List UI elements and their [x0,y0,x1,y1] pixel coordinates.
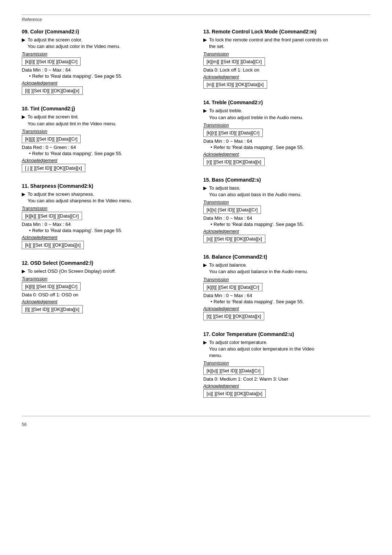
section-17-transmission-code: [k][u][ ][Set ID][ ][Data][Cr] [203,366,370,376]
data-line: Data Min : 0 ~ Max : 64 [203,138,370,144]
section-09-ack-label: Acknowledgement [22,81,189,86]
data-line: Data Min : 0 ~ Max : 64 [22,67,189,73]
section-15-ack-code: [s][ ][Set ID][ ][OK][Data][x] [203,235,370,244]
section-11-transmission-code: [k][k][ ][Set ID][ ][Data][Cr] [22,212,189,221]
section-17-transmission-label: Transmission [203,361,370,366]
section-09-transmission-label: Transmission [22,52,189,57]
sub-bullet: •Refer to 'Real data mapping'. See page … [29,151,189,156]
section-14-ack-code: [r][ ][Set ID][ ][OK][Data][x] [203,158,370,167]
section-17-ack-label: Acknowledgement [203,384,370,389]
sub-bullet-text: Refer to 'Real data mapping'. See page 5… [32,151,123,156]
bullet-item: ▶To adjust the screen tint.You can also … [22,114,189,127]
data-line: Data Min : 0 ~ Max : 64 [203,215,370,221]
sub-bullet-text: Refer to 'Real data mapping'. See page 5… [32,228,123,233]
section-09-ack-code: [i][ ][Set ID][ ][OK][Data][x] [22,86,189,96]
arrow-icon: ▶ [203,185,207,191]
section-09-title: 09. Color (Command2:i) [22,29,189,35]
section-15-transmission-code: [k][s] [Set ID][ ][Data][Cr] [203,206,370,215]
section-15: 15. Bass (Command2:s)▶To adjust bass.You… [203,177,370,244]
section-10: 10. Tint (Command2:j)▶To adjust the scre… [22,106,189,173]
arrow-icon: ▶ [22,268,25,275]
section-15-title: 15. Bass (Command2:s) [203,177,370,183]
sub-bullet: •Refer to 'Real data mapping'. See page … [29,73,189,79]
section-17: 17. Color Temperature (Command2:u)▶To ad… [203,331,370,399]
arrow-icon: ▶ [22,37,25,43]
transmission-code-box: [k][l][ ][Set ID][ ][Data][Cr] [22,282,81,291]
transmission-code-box: [k][i][ ][Set ID][ ][Data][Cr] [22,57,81,66]
section-09-transmission-code: [k][i][ ][Set ID][ ][Data][Cr] [22,57,189,66]
section-12-ack-code: [l][ ][Set ID][ ][OK][Data][x] [22,305,189,314]
arrow-icon: ▶ [203,262,207,268]
top-rule [22,15,370,15]
section-13-transmission-code: [k][m][ ][Set ID][ ][Data][Cr] [203,57,370,66]
ack-code-box: [ j ][ ][Set ID][ ][OK][Data][x] [22,164,85,172]
left-column: 09. Color (Command2:i)▶To adjust the scr… [22,29,189,409]
sub-bullet-dot: • [211,145,212,150]
section-12-ack-label: Acknowledgement [22,299,189,304]
section-13-title: 13. Remote Control Lock Mode (Command2:m… [203,29,370,35]
main-content: 09. Color (Command2:i)▶To adjust the scr… [22,29,370,409]
section-16-title: 16. Balance (Command2:t) [203,254,370,260]
section-11-transmission-label: Transmission [22,206,189,211]
section-14-transmission-code: [k][r][ ][Set ID][ ][Data][Cr] [203,129,370,138]
arrow-icon: ▶ [203,339,207,346]
bullet-text: To adjust color temperature.You can also… [209,339,314,359]
sub-bullet-text: Refer to 'Real data mapping'. See page 5… [214,222,304,227]
bullet-item: ▶To adjust treble.You can also adjust tr… [203,108,370,121]
transmission-code-box: [k][u][ ][Set ID][ ][Data][Cr] [203,366,264,375]
section-10-title: 10. Tint (Command2:j) [22,106,189,112]
transmission-code-box: [k][j][ ][Set ID][ ][Data][Cr] [22,135,81,143]
sub-bullet: •Refer to 'Real data mapping'. See page … [211,299,370,304]
bullet-text: To adjust balance.You can also adjust ba… [209,262,308,275]
sub-bullet-dot: • [211,222,212,227]
section-14-transmission-label: Transmission [203,123,370,128]
transmission-code-box: [k][m][ ][Set ID][ ][Data][Cr] [203,57,265,66]
sub-bullet-text: Refer to 'Real data mapping'. See page 5… [214,299,304,304]
arrow-icon: ▶ [22,191,25,198]
section-14: 14. Treble (Command2:r)▶To adjust treble… [203,100,370,166]
sub-bullet-dot: • [29,73,31,79]
ack-code-box: [m][ ][Set ID][ ][OK][Data][x] [203,80,267,89]
bullet-text: To adjust the screen color.You can also … [28,37,121,50]
bullet-item: ▶To adjust bass.You can also adjust bass… [203,185,370,198]
section-12-title: 12. OSD Select (Command2:l) [22,260,189,266]
data-line: Data 0: Medium 1: Cool 2: Warm 3: User [203,376,370,382]
ack-code-box: [s][ ][Set ID][ ][OK][Data][x] [203,235,265,243]
section-10-ack-label: Acknowledgement [22,158,189,163]
bullet-text: To adjust treble.You can also adjust tre… [209,108,303,121]
data-line: Data 0: OSD off 1: OSD on [22,292,189,297]
page: Reference 09. Color (Command2:i)▶To adju… [0,0,392,555]
arrow-icon: ▶ [203,108,207,114]
arrow-icon: ▶ [203,37,207,43]
ack-code-box: [i][ ][Set ID][ ][OK][Data][x] [22,86,83,95]
data-line: Data Red : 0 ~ Green : 64 [22,145,189,150]
bullet-item: ▶To adjust color temperature.You can als… [203,339,370,359]
section-17-ack-code: [u][ ][Set ID][ ][OK][Data][x] [203,389,370,398]
bullet-item: ▶To adjust the screen sharpness.You can … [22,191,189,204]
sub-bullet-text: Refer to 'Real data mapping'. See page 5… [214,145,304,150]
section-13-ack-label: Acknowledgement [203,74,370,80]
sub-bullet: •Refer to 'Real data mapping'. See page … [211,222,370,227]
section-11-ack-code: [k][ ][Set ID][ ][OK][Data][x] [22,241,189,250]
section-16-ack-label: Acknowledgement [203,306,370,311]
bullet-item: ▶To lock the remote control and the fron… [203,37,370,50]
bullet-text: To adjust the screen tint.You can also a… [28,114,117,127]
section-13: 13. Remote Control Lock Mode (Command2:m… [203,29,370,89]
section-13-ack-code: [m][ ][Set ID][ ][OK][Data][x] [203,80,370,89]
ack-code-box: [u][ ][Set ID][ ][OK][Data][x] [203,389,266,398]
section-16-transmission-code: [k][t][ ][Set ID][ ][Data][Cr] [203,283,370,292]
section-15-ack-label: Acknowledgement [203,229,370,234]
transmission-code-box: [k][s] [Set ID][ ][Data][Cr] [203,206,261,214]
ack-code-box: [l][ ][Set ID][ ][OK][Data][x] [22,305,83,313]
section-10-transmission-label: Transmission [22,129,189,134]
section-15-transmission-label: Transmission [203,200,370,205]
sub-bullet-text: Refer to 'Real data mapping'. See page 5… [32,73,123,79]
bullet-text: To select OSD (On Screen Display) on/off… [28,268,116,275]
data-line: Data 0: Lock off 1: Lock on [203,67,370,73]
section-17-title: 17. Color Temperature (Command2:u) [203,331,370,337]
section-11-ack-label: Acknowledgement [22,235,189,240]
section-13-transmission-label: Transmission [203,52,370,57]
section-10-ack-code: [ j ][ ][Set ID][ ][OK][Data][x] [22,164,189,173]
arrow-icon: ▶ [22,114,25,120]
sub-bullet-dot: • [211,299,212,304]
